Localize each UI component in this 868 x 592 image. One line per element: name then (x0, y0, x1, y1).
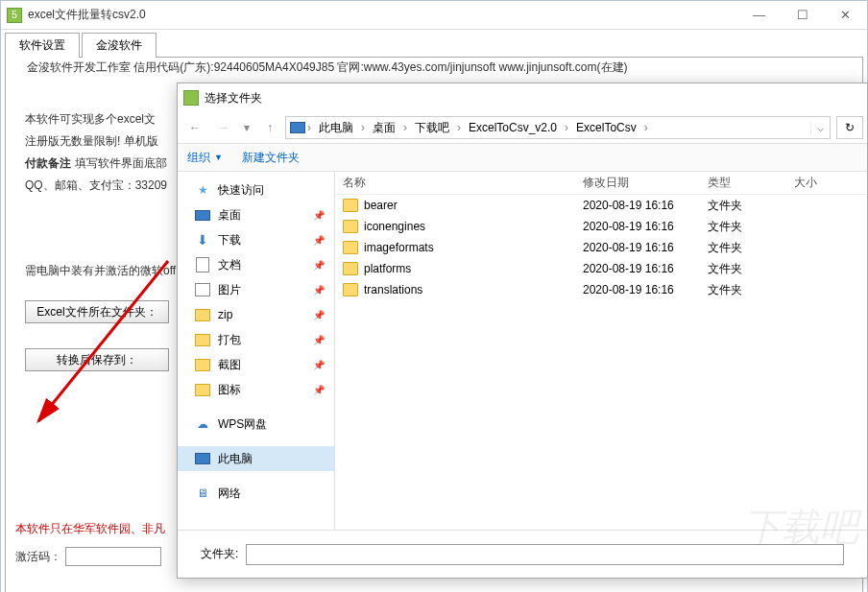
activation-row: 激活码： (15, 547, 161, 566)
file-type: 文件夹 (700, 261, 786, 277)
net-icon: 🖥 (195, 485, 210, 501)
folder-icon (343, 199, 358, 212)
chevron-right-icon: › (563, 121, 570, 134)
sidebar-item-label: 图片 (218, 282, 241, 298)
sidebar-item-net[interactable]: 🖥网络 (178, 481, 334, 506)
pin-icon: 📌 (313, 210, 325, 221)
new-folder-button[interactable]: 新建文件夹 (242, 150, 300, 166)
chevron-right-icon: › (305, 121, 313, 134)
file-type: 文件夹 (700, 240, 786, 256)
pin-icon: 📌 (313, 260, 325, 271)
sidebar-item-pic[interactable]: 图片📌 (178, 277, 334, 302)
sidebar: ★快速访问桌面📌⬇下载📌文档📌图片📌zip📌打包📌截图📌图标📌☁WPS网盘此电脑… (178, 172, 335, 530)
path-segment[interactable]: ExcelToCsv (570, 117, 642, 138)
file-date: 2020-08-19 16:16 (575, 220, 700, 233)
path-segment[interactable]: 此电脑 (313, 117, 359, 138)
pc-icon (290, 120, 305, 135)
col-type[interactable]: 类型 (700, 175, 786, 191)
sidebar-item-label: WPS网盘 (218, 416, 267, 433)
folder-icon (195, 382, 210, 397)
close-button[interactable]: ✕ (824, 2, 867, 29)
sidebar-item-label: 快速访问 (218, 182, 264, 199)
sidebar-item-folder[interactable]: 图标📌 (178, 377, 334, 402)
sidebar-item-pc[interactable]: 此电脑 (178, 446, 334, 471)
annotation-arrow-icon (19, 253, 173, 431)
list-item[interactable]: imageformats2020-08-19 16:16文件夹 (335, 237, 867, 258)
path-dropdown-icon[interactable]: ⌵ (810, 121, 830, 134)
app-logo-icon: 5 (7, 8, 22, 23)
file-name: iconengines (364, 220, 425, 233)
sidebar-item-download[interactable]: ⬇下载📌 (178, 227, 334, 252)
doc-icon (195, 257, 210, 272)
sidebar-item-cloud[interactable]: ☁WPS网盘 (178, 412, 334, 437)
sidebar-item-star[interactable]: ★快速访问 (178, 178, 334, 202)
path-segment[interactable]: 下载吧 (409, 117, 455, 138)
file-name: bearer (364, 199, 398, 212)
folder-icon (343, 262, 358, 275)
list-item[interactable]: bearer2020-08-19 16:16文件夹 (335, 195, 867, 216)
activation-input[interactable] (65, 547, 161, 566)
pin-icon: 📌 (313, 235, 325, 246)
sidebar-item-folder[interactable]: 截图📌 (178, 352, 334, 377)
sidebar-item-folder[interactable]: 打包📌 (178, 327, 334, 352)
file-date: 2020-08-19 16:16 (575, 283, 700, 296)
star-icon: ★ (195, 182, 210, 198)
sidebar-item-label: 图标 (218, 382, 241, 398)
chevron-right-icon: › (359, 121, 367, 134)
toolbar: 组织▼ 新建文件夹 (178, 143, 867, 172)
list-item[interactable]: translations2020-08-19 16:16文件夹 (335, 279, 867, 300)
titlebar[interactable]: 5 excel文件批量转csv2.0 — ☐ ✕ (1, 1, 867, 30)
nav-bar: ← → ▾ ↑ › 此电脑 › 桌面 › 下载吧 › ExcelToCsv_v2… (178, 112, 867, 143)
sidebar-item-label: zip (218, 308, 232, 321)
chevron-right-icon: › (642, 121, 650, 134)
svg-line-0 (38, 261, 168, 421)
col-name[interactable]: 名称 (335, 175, 575, 191)
desktop-icon (195, 207, 210, 223)
breadcrumb[interactable]: › 此电脑 › 桌面 › 下载吧 › ExcelToCsv_v2.0 › Exc… (285, 116, 831, 139)
cloud-icon: ☁ (195, 416, 210, 432)
pin-icon: 📌 (313, 310, 325, 320)
folder-icon (343, 220, 358, 233)
folder-icon (195, 332, 210, 347)
sidebar-item-desktop[interactable]: 桌面📌 (178, 202, 334, 227)
sidebar-item-folder[interactable]: zip📌 (178, 302, 334, 327)
file-type: 文件夹 (700, 198, 786, 214)
recent-button[interactable]: ▾ (239, 116, 254, 139)
file-list: 名称 修改日期 类型 大小 bearer2020-08-19 16:16文件夹i… (335, 172, 867, 530)
sidebar-item-doc[interactable]: 文档📌 (178, 252, 334, 277)
sidebar-item-label: 桌面 (218, 207, 241, 224)
folder-name-input[interactable] (246, 544, 844, 565)
up-button[interactable]: ↑ (256, 116, 283, 139)
folder-picker-dialog: 选择文件夹 ← → ▾ ↑ › 此电脑 › 桌面 › 下载吧 › ExcelTo… (177, 83, 868, 579)
refresh-button[interactable]: ↻ (836, 116, 863, 139)
file-date: 2020-08-19 16:16 (575, 199, 700, 212)
tab-jinjun[interactable]: 金浚软件 (82, 33, 157, 58)
back-button[interactable]: ← (181, 116, 208, 139)
download-icon: ⬇ (195, 232, 210, 248)
pin-icon: 📌 (313, 285, 325, 296)
list-item[interactable]: iconengines2020-08-19 16:16文件夹 (335, 216, 867, 237)
dialog-footer: 文件夹: (178, 530, 867, 578)
sidebar-item-label: 打包 (218, 332, 241, 348)
minimize-button[interactable]: — (737, 2, 781, 29)
path-segment[interactable]: 桌面 (367, 117, 401, 138)
forward-button[interactable]: → (210, 116, 237, 139)
pay-remark-label: 付款备注 (25, 155, 71, 172)
list-item[interactable]: platforms2020-08-19 16:16文件夹 (335, 258, 867, 279)
organize-menu[interactable]: 组织▼ (187, 150, 223, 166)
maximize-button[interactable]: ☐ (781, 2, 824, 29)
sidebar-item-label: 下载 (218, 232, 241, 249)
dialog-title: 选择文件夹 (205, 90, 262, 107)
col-size[interactable]: 大小 (786, 175, 844, 191)
folder-label: 文件夹: (201, 546, 238, 562)
tab-settings[interactable]: 软件设置 (5, 33, 80, 58)
col-date[interactable]: 修改日期 (575, 175, 700, 191)
path-segment[interactable]: ExcelToCsv_v2.0 (463, 117, 563, 138)
file-date: 2020-08-19 16:16 (575, 241, 700, 254)
pay-remark-text: 填写软件界面底部 (75, 155, 167, 172)
chevron-right-icon: › (455, 121, 463, 134)
pin-icon: 📌 (313, 360, 325, 370)
dialog-titlebar[interactable]: 选择文件夹 (178, 83, 867, 112)
footer-warning: 本软件只在华军软件园、非凡 (15, 521, 165, 537)
tabs: 软件设置 金浚软件 (5, 30, 867, 57)
